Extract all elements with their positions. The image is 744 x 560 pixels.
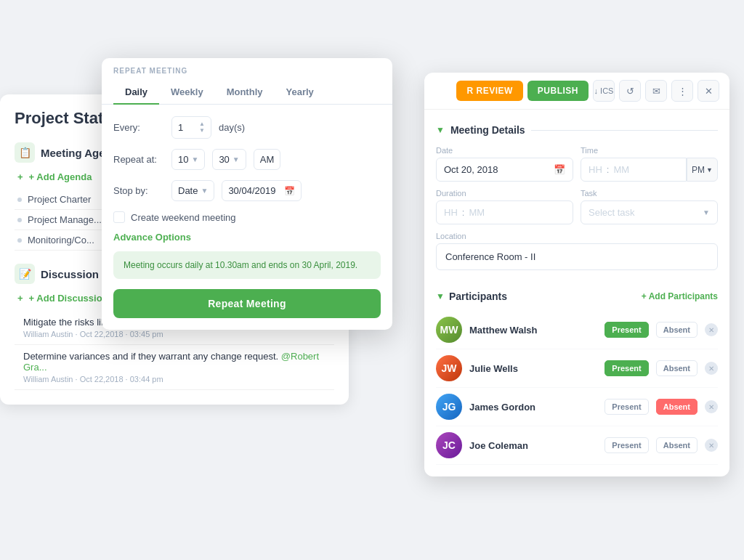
location-field: Location Conference Room - II xyxy=(436,232,718,280)
meeting-details-title: Meeting Details xyxy=(450,124,525,136)
add-participants-button[interactable]: + Add Participants xyxy=(642,291,718,301)
chevron-down-icon: ▼ xyxy=(706,166,713,174)
participant-name: Julie Wells xyxy=(469,363,597,374)
participant-name: James Gordon xyxy=(469,402,597,413)
participant-row: JG James Gordon Present Absent ✕ xyxy=(436,388,718,426)
calendar-icon: 📅 xyxy=(284,186,295,196)
present-button[interactable]: Present xyxy=(604,399,648,415)
remove-participant-button[interactable]: ✕ xyxy=(705,400,718,413)
plus-icon: + xyxy=(17,171,23,182)
remove-participant-button[interactable]: ✕ xyxy=(705,323,718,336)
stop-by-date-input[interactable]: 30/04/2019 📅 xyxy=(222,180,302,201)
task-select[interactable]: Select task ▼ xyxy=(581,200,718,224)
email-icon[interactable]: ✉ xyxy=(645,80,667,102)
absent-button[interactable]: Absent xyxy=(656,399,698,415)
stop-by-type-select[interactable]: Date ▼ xyxy=(171,180,214,201)
participant-row: MW Matthew Walsh Present Absent ✕ xyxy=(436,311,718,349)
duration-task-row: Duration HH : MM Task Select task ▼ xyxy=(436,189,718,224)
tab-daily[interactable]: Daily xyxy=(113,81,159,105)
location-input[interactable]: Conference Room - II xyxy=(436,243,718,270)
chevron-down-icon: ▼ xyxy=(703,208,710,216)
ampm-select[interactable]: PM ▼ xyxy=(687,158,718,182)
chevron-down-icon: ▼ xyxy=(232,155,240,163)
panel-header: R REVIEW PUBLISH ↓ ICS ↺ ✉ ⋮ ✕ xyxy=(424,73,729,110)
tab-monthly[interactable]: Monthly xyxy=(215,81,275,105)
stepper-down[interactable]: ▼ xyxy=(199,128,205,134)
close-icon[interactable]: ✕ xyxy=(698,80,719,102)
chevron-down-icon: ▼ xyxy=(436,291,445,301)
more-options-icon[interactable]: ⋮ xyxy=(671,80,693,102)
agenda-dot xyxy=(17,218,22,222)
absent-button[interactable]: Absent xyxy=(656,360,698,376)
absent-button[interactable]: Absent xyxy=(656,437,698,453)
repeat-hour-select[interactable]: 10 ▼ xyxy=(171,149,205,170)
participant-name: Joe Coleman xyxy=(469,440,597,451)
discussion-icon: 📝 xyxy=(15,264,35,284)
time-hh-input[interactable]: HH : MM xyxy=(581,158,687,182)
repeat-at-row: Repeat at: 10 ▼ 30 ▼ AM xyxy=(113,149,381,170)
duration-input[interactable]: HH : MM xyxy=(436,200,573,224)
calendar-icon: 📅 xyxy=(554,164,565,175)
stepper-up[interactable]: ▲ xyxy=(199,121,205,127)
tab-yearly[interactable]: Yearly xyxy=(274,81,325,105)
plus-icon: + xyxy=(17,293,23,304)
modal-tabs: Daily Weekly Monthly Yearly xyxy=(102,75,392,105)
participant-row: JW Julie Wells Present Absent ✕ xyxy=(436,349,718,388)
review-button[interactable]: R REVIEW xyxy=(456,81,522,101)
refresh-icon[interactable]: ↺ xyxy=(619,80,641,102)
date-input[interactable]: Oct 20, 2018 📅 xyxy=(436,158,573,182)
repeat-ampm-select[interactable]: AM xyxy=(254,149,281,170)
every-unit: day(s) xyxy=(219,122,245,133)
present-button[interactable]: Present xyxy=(604,322,648,338)
weekend-checkbox-row[interactable]: Create weekend meeting xyxy=(113,211,381,223)
present-button[interactable]: Present xyxy=(604,437,648,453)
ics-button[interactable]: ↓ ICS xyxy=(593,80,615,102)
repeat-meeting-modal: REPEAT MEETING Daily Weekly Monthly Year… xyxy=(102,58,392,330)
agenda-dot xyxy=(17,238,22,243)
chevron-down-icon: ▼ xyxy=(191,155,198,163)
participant-row: JC Joe Coleman Present Absent ✕ xyxy=(436,426,718,465)
every-row: Every: 1 ▲ ▼ day(s) xyxy=(113,116,381,139)
participants-section-header: ▼ Participants + Add Participants xyxy=(436,291,718,302)
advance-options-link[interactable]: Advance Options xyxy=(113,232,381,243)
remove-participant-button[interactable]: ✕ xyxy=(705,362,718,375)
participant-name: Matthew Walsh xyxy=(469,325,597,336)
repeat-at-label: Repeat at: xyxy=(113,154,164,165)
modal-top-label: REPEAT MEETING xyxy=(102,58,392,75)
chevron-down-icon: ▼ xyxy=(201,187,208,195)
main-meeting-panel: R REVIEW PUBLISH ↓ ICS ↺ ✉ ⋮ ✕ ▼ Meeting… xyxy=(424,73,729,476)
tab-weekly[interactable]: Weekly xyxy=(159,81,215,105)
stop-by-label: Stop by: xyxy=(113,185,164,196)
weekend-label: Create weekend meeting xyxy=(131,212,236,223)
avatar: MW xyxy=(436,317,462,343)
every-value-input[interactable]: 1 ▲ ▼ xyxy=(171,116,211,139)
date-field: Date Oct 20, 2018 📅 xyxy=(436,146,573,182)
avatar: JW xyxy=(436,355,462,381)
stop-by-row: Stop by: Date ▼ 30/04/2019 📅 xyxy=(113,180,381,201)
repeat-meeting-button[interactable]: Repeat Meeting xyxy=(113,289,381,318)
modal-body: Every: 1 ▲ ▼ day(s) Repeat at: 10 ▼ 30 ▼ xyxy=(102,105,392,330)
repeat-min-select[interactable]: 30 ▼ xyxy=(212,149,246,170)
weekend-checkbox[interactable] xyxy=(113,211,125,223)
remove-participant-button[interactable]: ✕ xyxy=(705,439,718,452)
chevron-down-icon: ▼ xyxy=(436,125,445,135)
info-banner: Meeting occurs daily at 10.30am and ends… xyxy=(113,251,381,279)
agenda-icon: 📋 xyxy=(15,142,35,163)
date-time-row: Date Oct 20, 2018 📅 Time HH : MM PM ▼ xyxy=(436,146,718,182)
meeting-details-divider: ▼ Meeting Details xyxy=(436,124,718,136)
list-item: Determine variances and if they warrant … xyxy=(15,345,334,390)
present-button[interactable]: Present xyxy=(604,360,648,376)
duration-field: Duration HH : MM xyxy=(436,189,573,224)
publish-button[interactable]: PUBLISH xyxy=(527,81,589,101)
every-label: Every: xyxy=(113,122,164,133)
time-field: Time HH : MM PM ▼ xyxy=(581,146,718,182)
avatar: JG xyxy=(436,394,462,420)
panel-body: ▼ Meeting Details Date Oct 20, 2018 📅 Ti… xyxy=(424,110,729,476)
agenda-dot xyxy=(17,198,22,202)
avatar: JC xyxy=(436,432,462,458)
task-field: Task Select task ▼ xyxy=(581,189,718,224)
absent-button[interactable]: Absent xyxy=(656,322,698,338)
